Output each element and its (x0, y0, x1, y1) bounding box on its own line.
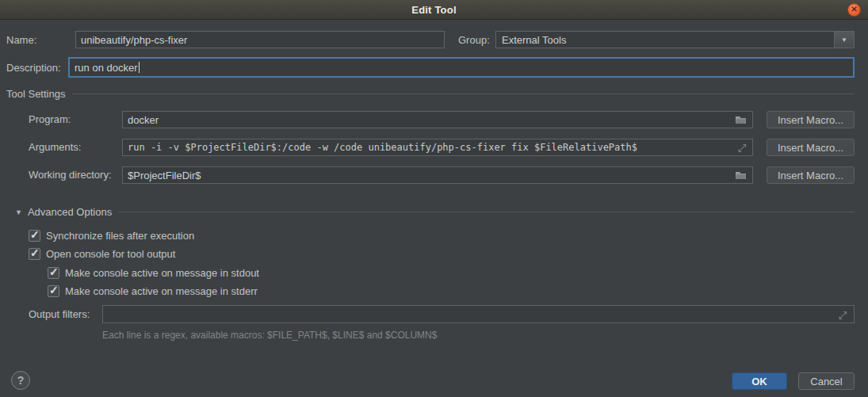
checkbox-row-console-active-stdout[interactable]: Make console active on message in stdout (48, 266, 259, 280)
description-value: run on docker (75, 62, 138, 74)
checkbox-checked-icon[interactable] (29, 248, 40, 260)
group-select[interactable]: External Tools ▼ (495, 31, 855, 48)
close-icon: ✕ (851, 6, 857, 13)
help-button[interactable]: ? (11, 371, 30, 390)
expand-icon: ⤢ (839, 310, 847, 320)
group-selected-value: External Tools (502, 34, 566, 46)
folder-icon[interactable] (733, 169, 748, 181)
tool-settings-section-label: Tool Settings (6, 88, 65, 100)
text-caret (139, 62, 140, 73)
close-button[interactable]: ✕ (847, 3, 861, 17)
output-filters-label: Output filters: (29, 308, 90, 320)
section-divider (119, 212, 855, 212)
advanced-options-section-label: Advanced Options (28, 206, 112, 218)
tool-settings-section: Tool Settings (6, 88, 855, 100)
checkbox-label: Make console active on message in stderr (65, 285, 258, 297)
program-input[interactable] (122, 111, 753, 128)
group-dropdown-button[interactable]: ▼ (834, 32, 854, 48)
expand-icon: ⤢ (738, 143, 746, 153)
checkbox-label: Open console for tool output (46, 248, 175, 260)
description-input[interactable]: run on docker (68, 57, 855, 78)
arguments-input[interactable] (122, 139, 753, 156)
arguments-label: Arguments: (29, 141, 81, 153)
titlebar: Edit Tool ✕ (0, 0, 868, 20)
collapse-triangle-icon[interactable]: ▼ (15, 208, 22, 216)
expand-field-icon[interactable]: ⤢ (835, 308, 850, 321)
advanced-options-section[interactable]: ▼ Advanced Options (15, 206, 855, 218)
insert-macro-label: Insert Macro... (778, 170, 843, 181)
name-label: Name: (6, 34, 36, 46)
ok-button[interactable]: OK (732, 372, 787, 390)
description-label: Description: (6, 62, 61, 74)
insert-macro-label: Insert Macro... (778, 142, 843, 154)
section-divider (72, 94, 855, 94)
checkbox-checked-icon[interactable] (48, 285, 59, 297)
working-directory-input[interactable] (122, 166, 753, 184)
chevron-down-icon: ▼ (841, 36, 847, 44)
help-icon: ? (17, 374, 25, 387)
checkbox-row-synchronize-files[interactable]: Synchronize files after execution (29, 229, 194, 242)
checkbox-row-console-active-stderr[interactable]: Make console active on message in stderr (48, 284, 258, 298)
checkbox-row-open-console[interactable]: Open console for tool output (29, 247, 175, 261)
name-input[interactable] (75, 31, 445, 48)
checkbox-checked-icon[interactable] (48, 267, 59, 279)
output-filters-input[interactable] (102, 305, 855, 323)
program-label: Program: (29, 113, 71, 125)
checkbox-label: Synchronize files after execution (46, 230, 194, 242)
checkbox-label: Make console active on message in stdout (65, 267, 259, 279)
insert-macro-button-working-directory[interactable]: Insert Macro... (767, 166, 855, 184)
ok-button-label: OK (751, 376, 767, 387)
window-title: Edit Tool (411, 4, 456, 16)
output-filters-hint: Each line is a regex, available macros: … (102, 330, 437, 341)
checkbox-checked-icon[interactable] (29, 230, 40, 242)
expand-field-icon[interactable]: ⤢ (735, 141, 749, 154)
edit-tool-dialog: Edit Tool ✕ Name: Group: External Tools … (0, 0, 868, 397)
cancel-button[interactable]: Cancel (798, 372, 855, 390)
working-directory-label: Working directory: (29, 169, 112, 181)
insert-macro-button-program[interactable]: Insert Macro... (767, 111, 855, 128)
insert-macro-label: Insert Macro... (778, 114, 843, 126)
group-label: Group: (458, 34, 490, 46)
insert-macro-button-arguments[interactable]: Insert Macro... (767, 139, 855, 156)
cancel-button-label: Cancel (810, 376, 842, 387)
folder-icon[interactable] (733, 113, 748, 126)
